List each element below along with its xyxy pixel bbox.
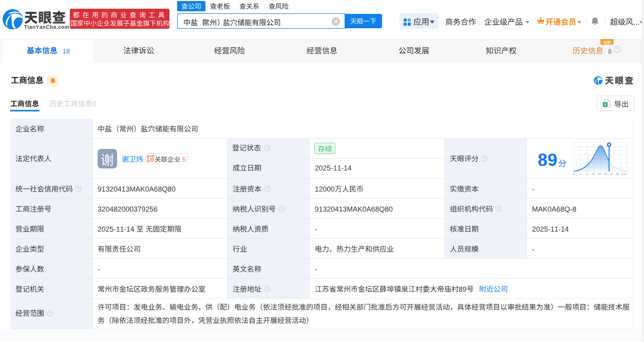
svg-text:?: ?	[49, 311, 51, 316]
svg-text:?: ?	[498, 206, 500, 212]
svg-text:?: ?	[280, 206, 283, 212]
svg-text:?: ?	[266, 287, 269, 292]
svg-text:?: ?	[483, 156, 486, 161]
svg-text:?: ?	[266, 186, 269, 192]
svg-text:?: ?	[266, 146, 269, 151]
svg-text:?: ?	[77, 186, 80, 192]
svg-text:?: ?	[616, 47, 618, 52]
